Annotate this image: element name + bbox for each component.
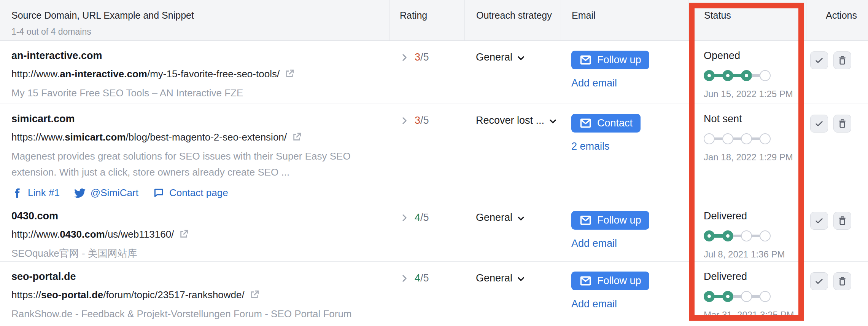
strategy-label: General [476, 272, 512, 284]
external-link-icon[interactable] [249, 289, 260, 300]
page-snippet: SEOquake官网 - 美国网站库 [11, 245, 373, 261]
actions-cell [806, 262, 868, 326]
email-cell: Follow up Add email [561, 41, 688, 104]
delete-button[interactable] [833, 272, 851, 290]
url-line: https://www.simicart.com/blog/best-magen… [11, 131, 374, 143]
rating-cell: 3/5 [389, 104, 464, 201]
page-snippet: RankShow.de - Feedback & Projekt-Vorstel… [11, 306, 373, 322]
table-row: seo-portal.de https://seo-portal.de/foru… [0, 262, 868, 326]
status-cell: Delivered Jul 8, 2021 1:36 PM [688, 201, 806, 261]
status-progress [704, 133, 806, 144]
contact-button[interactable]: Contact [571, 114, 641, 133]
status-progress [704, 230, 806, 241]
emails-count-link[interactable]: 2 emails [571, 141, 610, 152]
header-email-label: Email [572, 10, 688, 21]
follow-up-button[interactable]: Follow up [571, 272, 649, 290]
delete-button[interactable] [833, 51, 851, 69]
progress-dot-empty [760, 133, 771, 144]
progress-dot-empty [741, 291, 752, 302]
facebook-link[interactable]: Link #1 [11, 187, 60, 199]
source-cell: simicart.com https://www.simicart.com/bl… [0, 104, 389, 201]
status-progress [704, 291, 806, 302]
progress-dot-filled [741, 70, 752, 81]
header-source-column: Source Domain, URL Example and Snippet 1… [0, 0, 389, 40]
email-cell: Follow up Add email [561, 201, 688, 261]
progress-dot-empty [760, 230, 771, 241]
chevron-down-icon [548, 117, 558, 126]
outreach-cell: General [464, 201, 561, 261]
table-header: Source Domain, URL Example and Snippet 1… [0, 0, 868, 41]
mark-done-button[interactable] [810, 115, 828, 133]
email-cell: Follow up Add email [561, 262, 688, 326]
rating-value: 3/5 [415, 51, 429, 104]
outreach-cell: General [464, 41, 561, 104]
add-email-link[interactable]: Add email [571, 298, 617, 310]
follow-up-button[interactable]: Follow up [571, 211, 649, 230]
progress-connector [752, 137, 760, 140]
delete-button[interactable] [833, 115, 851, 133]
external-link-icon[interactable] [284, 68, 295, 80]
header-actions-column: Actions [806, 0, 868, 40]
trash-icon [837, 118, 847, 129]
strategy-dropdown[interactable]: Recover lost ... [476, 115, 558, 126]
mark-done-button[interactable] [810, 51, 828, 69]
status-date: Jul 8, 2021 1:36 PM [704, 249, 806, 260]
chevron-down-icon [516, 274, 526, 284]
header-status-column: Status [688, 0, 806, 40]
follow-up-button[interactable]: Follow up [571, 51, 649, 69]
chevron-down-icon [516, 53, 526, 63]
add-email-link[interactable]: Add email [571, 77, 617, 89]
check-icon [814, 216, 824, 226]
delete-button[interactable] [833, 212, 851, 230]
strategy-label: General [476, 51, 512, 63]
strategy-dropdown[interactable]: General [476, 272, 526, 284]
email-cell: Contact 2 emails [561, 104, 688, 201]
rating-value: 3/5 [415, 115, 429, 201]
progress-dot-filled [722, 70, 733, 81]
rating-cell: 4/5 [389, 262, 464, 326]
add-email-link[interactable]: Add email [571, 238, 617, 249]
progress-connector [752, 235, 760, 237]
status-progress [704, 70, 806, 81]
status-cell: Not sent Jan 18, 2022 1:29 PM [688, 104, 806, 201]
status-cell: Opened Jun 15, 2022 1:25 PM [688, 41, 806, 104]
status-date: Jun 15, 2022 1:25 PM [704, 89, 806, 99]
progress-connector [714, 74, 723, 77]
actions-cell [806, 104, 868, 201]
header-email-column: Email [561, 0, 688, 40]
expand-row-icon[interactable] [399, 116, 409, 126]
check-icon [814, 276, 824, 286]
expand-row-icon[interactable] [399, 53, 409, 62]
status-date: Mar 31, 2021 3:25 PM [704, 310, 806, 320]
progress-dot-empty [704, 133, 715, 144]
envelope-icon [579, 117, 592, 129]
twitter-link[interactable]: @SimiCart [74, 187, 138, 199]
trash-icon [837, 55, 847, 66]
url-line: http://www.0430.com/us/web113160/ [11, 228, 374, 240]
rating-cell: 3/5 [389, 41, 464, 104]
contact-page-link[interactable]: Contact page [153, 187, 228, 199]
domain-count-label: 1-4 out of 4 domains [11, 27, 389, 37]
strategy-dropdown[interactable]: General [476, 212, 526, 224]
mark-done-button[interactable] [810, 212, 828, 230]
progress-dot-filled [704, 291, 715, 302]
status-date: Jan 18, 2022 1:29 PM [704, 152, 806, 163]
expand-row-icon[interactable] [399, 273, 409, 283]
rating-cell: 4/5 [389, 201, 464, 261]
external-link-icon[interactable] [291, 131, 302, 143]
mark-done-button[interactable] [810, 272, 828, 290]
progress-connector [714, 295, 723, 298]
expand-row-icon[interactable] [399, 213, 409, 223]
source-cell: an-interactive.com http://www.an-interac… [0, 41, 389, 104]
header-rating-label: Rating [400, 10, 464, 21]
envelope-icon [579, 275, 592, 287]
external-link-icon[interactable] [178, 229, 189, 240]
envelope-icon [579, 214, 592, 227]
domain-name: 0430.com [11, 210, 374, 222]
table-row: simicart.com https://www.simicart.com/bl… [0, 104, 868, 201]
actions-cell [806, 201, 868, 261]
social-links: Link #1 @SimiCart Contact page [11, 187, 374, 199]
strategy-dropdown[interactable]: General [476, 51, 526, 63]
check-icon [814, 55, 824, 66]
url-text: http://www.0430.com/us/web113160/ [11, 229, 174, 240]
